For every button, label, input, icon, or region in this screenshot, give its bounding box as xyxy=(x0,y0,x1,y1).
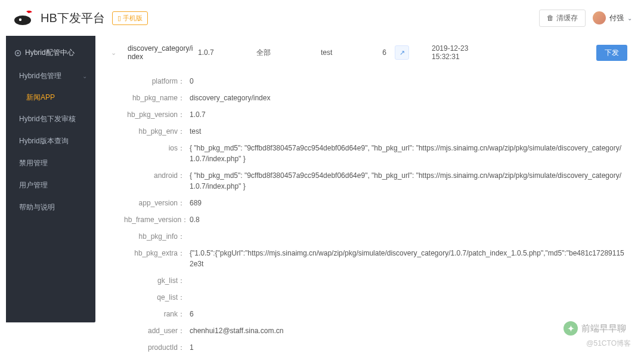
label-hb-frame-version: hb_frame_version xyxy=(124,214,190,225)
deploy-button[interactable]: 下发 xyxy=(596,45,627,61)
val-product-id: 1 xyxy=(190,342,627,353)
svg-point-1 xyxy=(19,19,21,21)
watermark-text: 前端早早聊 xyxy=(581,323,626,334)
chevron-down-icon: ⌄ xyxy=(82,73,87,79)
clear-cache-button[interactable]: 🗑 清缓存 xyxy=(539,10,586,27)
sidebar-item-pkg-manage[interactable]: Hybrid包管理 ⌄ xyxy=(6,65,95,87)
sidebar-item-help[interactable]: 帮助与说明 xyxy=(6,196,95,219)
sidebar-root[interactable]: Hybrid配管中心 xyxy=(6,41,95,65)
sina-logo-icon xyxy=(12,10,36,26)
label-hb-pkg-version: hb_pkg_version xyxy=(124,109,190,120)
cell-pkg-name: discovery_category/index xyxy=(128,44,193,61)
val-android: { "hb_pkg_md5": "9cffbd8f380457a9cc954de… xyxy=(190,170,627,192)
sidebar-item-label: 帮助与说明 xyxy=(19,202,55,213)
label-hb-pkg-name: hb_pkg_name xyxy=(124,93,190,103)
sidebar-item-version-query[interactable]: Hybrid版本查询 xyxy=(6,130,95,152)
sidebar-item-user-manage[interactable]: 用户管理 xyxy=(6,174,95,196)
gear-icon xyxy=(14,50,21,57)
val-hb-frame-version: 0.8 xyxy=(190,214,627,225)
user-name: 付强 xyxy=(609,13,624,23)
rank-up-button[interactable]: ↗ xyxy=(395,45,409,60)
cell-version: 1.0.7 xyxy=(198,48,252,57)
val-platform: 0 xyxy=(190,76,627,87)
label-platform: platform xyxy=(124,76,190,87)
label-hb-pkg-info: hb_pkg_info xyxy=(124,231,190,242)
cell-scope: 全部 xyxy=(256,48,316,58)
cell-env: test xyxy=(321,48,369,57)
sidebar-item-label: Hybrid包管理 xyxy=(19,71,61,81)
sidebar-item-label: Hybrid版本查询 xyxy=(19,136,69,146)
avatar xyxy=(593,11,606,24)
val-rank: 6 xyxy=(190,309,627,319)
label-app-version: app_version xyxy=(124,198,190,208)
cell-rank: 6 xyxy=(373,48,390,57)
svg-point-3 xyxy=(17,52,18,54)
sidebar-item-ban-manage[interactable]: 禁用管理 xyxy=(6,152,95,174)
header-left: HB下发平台 ▯ 手机版 xyxy=(12,10,148,26)
label-add-user: add_user xyxy=(124,325,190,336)
val-hb-pkg-version: 1.0.7 xyxy=(190,109,627,120)
sidebar-item-label: 新闻APP xyxy=(26,93,55,101)
label-rank: rank xyxy=(124,309,190,319)
mobile-icon: ▯ xyxy=(117,14,121,22)
val-hb-pkg-env: test xyxy=(190,126,627,137)
clear-cache-label: 清缓存 xyxy=(556,13,578,23)
logo-wrap: HB下发平台 xyxy=(12,10,105,26)
watermark-brand: ✦ 前端早早聊 xyxy=(564,321,626,336)
collapse-icon[interactable]: ⌄ xyxy=(111,49,123,57)
header-right: 🗑 清缓存 付强 ⌄ xyxy=(539,10,632,27)
val-app-version: 689 xyxy=(190,198,627,208)
sidebar-item-label: Hybrid包下发审核 xyxy=(19,114,76,124)
label-android: android xyxy=(124,170,190,192)
main: Hybrid配管中心 Hybrid包管理 ⌄ 新闻APP Hybrid包下发审核… xyxy=(0,36,644,363)
content: ⌄ discovery_category/index 1.0.7 全部 test… xyxy=(100,36,644,363)
cell-time: 2019-12-23 15:32:31 xyxy=(414,44,481,61)
sidebar: Hybrid配管中心 Hybrid包管理 ⌄ 新闻APP Hybrid包下发审核… xyxy=(6,36,95,322)
sidebar-item-label: 用户管理 xyxy=(19,180,48,190)
watermark-source: @51CTO博客 xyxy=(586,339,631,349)
table-row: ⌄ discovery_category/index 1.0.7 全部 test… xyxy=(106,36,632,69)
header: HB下发平台 ▯ 手机版 🗑 清缓存 付强 ⌄ xyxy=(0,0,644,36)
val-hb-pkg-name: discovery_category/index xyxy=(190,93,627,103)
label-hb-pkg-extra: hb_pkg_extra xyxy=(124,248,190,269)
app-title: HB下发平台 xyxy=(41,10,105,26)
val-ios: { "hb_pkg_md5": "9cffbd8f380457a9cc954de… xyxy=(190,143,627,164)
sidebar-item-deploy-audit[interactable]: Hybrid包下发审核 xyxy=(6,108,95,130)
detail-panel: platform0 hb_pkg_namediscovery_category/… xyxy=(106,69,632,361)
label-hb-pkg-env: hb_pkg_env xyxy=(124,126,190,137)
mobile-version-label: 手机版 xyxy=(123,14,143,23)
val-gk-list xyxy=(190,275,627,286)
val-hb-pkg-extra: {"1.0.5":{"pkgUrl":"https://mjs.sinaimg.… xyxy=(190,248,627,269)
trash-icon: 🗑 xyxy=(547,14,554,22)
sidebar-item-label: 禁用管理 xyxy=(19,158,48,168)
label-qe-list: qe_list xyxy=(124,292,190,303)
mobile-version-button[interactable]: ▯ 手机版 xyxy=(112,11,148,25)
svg-point-0 xyxy=(14,16,31,25)
chevron-down-icon: ⌄ xyxy=(627,15,632,21)
user-menu[interactable]: 付强 ⌄ xyxy=(593,11,632,24)
label-product-id: productId xyxy=(124,342,190,353)
label-gk-list: gk_list xyxy=(124,275,190,286)
wechat-icon: ✦ xyxy=(564,321,578,336)
val-hb-pkg-info xyxy=(190,231,627,242)
val-add-user: chenhui12@staff.sina.com.cn xyxy=(190,325,627,336)
sidebar-item-news-app[interactable]: 新闻APP xyxy=(6,87,95,108)
val-qe-list xyxy=(190,292,627,303)
sidebar-root-label: Hybrid配管中心 xyxy=(25,48,75,58)
label-ios: ios xyxy=(124,143,190,164)
